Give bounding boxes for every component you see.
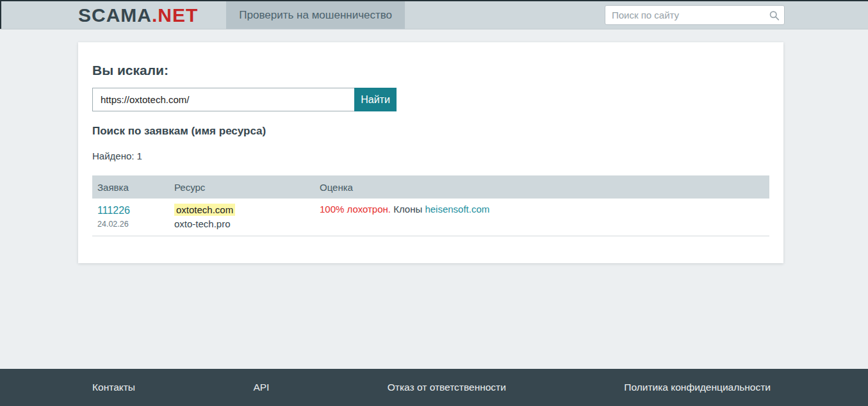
searched-heading: Вы искали:: [92, 63, 769, 78]
request-id-link[interactable]: 111226: [97, 205, 130, 216]
top-bar: SCAMA.NET Проверить на мошенничество: [0, 0, 868, 29]
site-search-input[interactable]: [605, 5, 785, 25]
table-header-row: Заявка Ресурс Оценка: [92, 175, 769, 199]
request-date: 24.02.26: [97, 220, 169, 229]
column-header-request: Заявка: [92, 175, 169, 199]
results-table: Заявка Ресурс Оценка 111226 24.02.26 oxt…: [92, 175, 769, 236]
site-search: [605, 5, 785, 25]
footer-link-privacy[interactable]: Политика конфиденциальности: [624, 382, 771, 393]
results-card: Вы искали: Найти Поиск по заявкам (имя р…: [78, 42, 783, 263]
column-header-resource: Ресурс: [169, 175, 315, 199]
logo-accent-text: .NET: [152, 6, 198, 25]
footer-inner: Контакты API Отказ от ответственности По…: [78, 369, 783, 406]
footer: Контакты API Отказ от ответственности По…: [0, 369, 868, 406]
site-logo[interactable]: SCAMA.NET: [78, 1, 198, 29]
logo-primary-text: SCAMA: [78, 6, 152, 25]
find-button[interactable]: Найти: [354, 88, 397, 111]
section-heading: Поиск по заявкам (имя ресурса): [92, 124, 769, 138]
footer-link-contacts[interactable]: Контакты: [92, 382, 135, 393]
cell-verdict: 100% лохотрон. Клоны heisensoft.com: [315, 199, 769, 236]
footer-link-api[interactable]: API: [253, 382, 269, 393]
verdict-text: 100% лохотрон.: [320, 204, 391, 215]
verdict-note: Клоны: [393, 204, 422, 215]
footer-link-disclaimer[interactable]: Отказ от ответственности: [388, 382, 506, 393]
search-row: Найти: [92, 88, 769, 111]
top-bar-inner: SCAMA.NET Проверить на мошенничество: [78, 1, 785, 29]
found-count: Найдено: 1: [92, 150, 769, 163]
cell-resource: oxtotech.com oxto-tech.pro: [169, 199, 315, 236]
cell-request: 111226 24.02.26: [92, 199, 169, 236]
resource-name-secondary: oxto-tech.pro: [174, 218, 315, 229]
search-icon[interactable]: [769, 10, 780, 20]
check-fraud-button[interactable]: Проверить на мошенничество: [226, 1, 405, 29]
table-row: 111226 24.02.26 oxtotech.com oxto-tech.p…: [92, 199, 769, 236]
resource-name-highlighted: oxtotech.com: [174, 204, 235, 216]
url-search-input[interactable]: [92, 88, 354, 111]
clone-site-link[interactable]: heisensoft.com: [425, 204, 489, 215]
column-header-verdict: Оценка: [315, 175, 769, 199]
